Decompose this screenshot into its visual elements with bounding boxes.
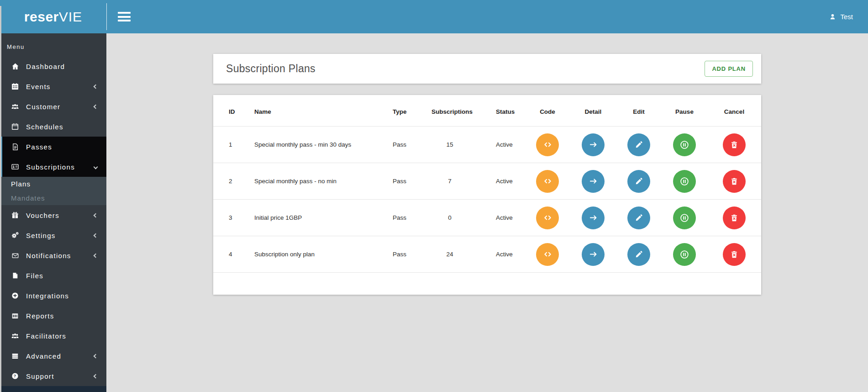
pause-button[interactable] — [673, 170, 696, 193]
sidebar-item-vouchers[interactable]: Vouchers — [0, 205, 106, 225]
sidebar-item-label: Vouchers — [26, 212, 59, 219]
cancel-button[interactable] — [723, 207, 746, 229]
page: reserVIE Test Menu Dashboard Events Cust… — [0, 0, 868, 392]
arrow-right-icon — [590, 179, 595, 183]
users-icon — [11, 332, 19, 340]
sidebar-item-label: Support — [26, 372, 54, 380]
sidebar-item-support[interactable]: ? Support — [0, 366, 106, 386]
col-subscriptions: Subscriptions — [431, 95, 468, 127]
cell-subscriptions: 15 — [431, 127, 468, 163]
pause-circle-icon — [681, 178, 688, 185]
sidebar-item-label: Subscriptions — [26, 163, 75, 171]
calendar-outline-icon — [11, 123, 19, 131]
logo-bold-text: reser — [24, 9, 59, 25]
sidebar-item-label: Integrations — [26, 292, 69, 300]
logo-thin-text: VIE — [59, 9, 82, 25]
pause-button[interactable] — [673, 207, 696, 229]
topbar-divider — [106, 3, 107, 30]
detail-button[interactable] — [582, 133, 605, 156]
sidebar-item-label: Facilitators — [26, 332, 66, 340]
submenu-item-label: Plans — [11, 180, 31, 188]
submenu-item-mandates[interactable]: Mandates — [0, 191, 106, 205]
edit-button[interactable] — [627, 243, 650, 266]
edit-button[interactable] — [627, 207, 650, 229]
pause-button[interactable] — [673, 243, 696, 266]
sidebar-item-label: Dashboard — [26, 63, 65, 70]
cancel-button[interactable] — [723, 243, 746, 266]
plus-circle-icon — [11, 292, 19, 300]
add-plan-button[interactable]: ADD PLAN — [705, 61, 753, 77]
pencil-icon — [636, 251, 642, 257]
detail-button[interactable] — [582, 170, 605, 193]
sidebar-item-settings[interactable]: Settings — [0, 225, 106, 245]
submenu-item-plans[interactable]: Plans — [0, 177, 106, 191]
sidebar-item-facilitators[interactable]: Facilitators — [0, 326, 106, 346]
sidebar-item-reports[interactable]: Reports — [0, 306, 106, 326]
svg-text:?: ? — [13, 373, 16, 378]
sidebar-item-label: Events — [26, 83, 51, 90]
gift-icon — [11, 212, 19, 219]
col-code: Code — [525, 95, 570, 127]
cell-subscriptions: 0 — [431, 200, 468, 236]
cell-id: 3 — [213, 200, 254, 236]
sidebar-item-customer[interactable]: Customer — [0, 96, 106, 117]
pause-button[interactable] — [673, 133, 696, 156]
person-icon — [829, 13, 836, 20]
trash-icon — [731, 251, 737, 257]
pause-circle-icon — [681, 141, 688, 148]
code-button[interactable] — [536, 243, 559, 266]
user-menu[interactable]: Test — [829, 0, 853, 33]
sidebar-item-label: Schedules — [26, 123, 63, 131]
arrow-right-icon — [590, 216, 595, 219]
table-icon — [11, 312, 19, 320]
cancel-button[interactable] — [723, 133, 746, 156]
cell-name: Special monthly pass - min 30 days — [254, 127, 393, 163]
cell-type: Pass — [393, 200, 431, 236]
sidebar-item-label: Files — [26, 272, 43, 280]
arrow-right-icon — [590, 252, 595, 256]
chevron-left-icon — [94, 213, 98, 217]
sidebar-item-label: Customer — [26, 103, 60, 111]
chevron-left-icon — [94, 354, 98, 358]
edit-button[interactable] — [627, 133, 650, 156]
hamburger-menu-icon[interactable] — [118, 12, 131, 21]
code-icon — [545, 253, 550, 256]
detail-button[interactable] — [582, 243, 605, 266]
pause-circle-icon — [681, 251, 688, 258]
table-row: 3 Initial price 1GBP Pass 0 Active — [213, 200, 761, 236]
sidebar-item-files[interactable]: Files — [0, 265, 106, 286]
sidebar-item-dashboard[interactable]: Dashboard — [0, 56, 106, 76]
cell-type: Pass — [393, 163, 431, 200]
code-icon — [545, 143, 550, 147]
code-button[interactable] — [536, 207, 559, 229]
cell-id: 4 — [213, 236, 254, 273]
menu-section-label: Menu — [0, 33, 106, 51]
cell-name: Initial price 1GBP — [254, 200, 393, 236]
sidebar-item-integrations[interactable]: Integrations — [0, 286, 106, 306]
sidebar-item-events[interactable]: Events — [0, 76, 106, 96]
code-button[interactable] — [536, 170, 559, 193]
question-circle-icon: ? — [11, 372, 19, 380]
detail-button[interactable] — [582, 207, 605, 229]
calendar-icon — [11, 83, 19, 90]
pause-circle-icon — [681, 214, 688, 222]
plans-table-card: ID Name Type Subscriptions Status Code D… — [213, 95, 761, 295]
edit-button[interactable] — [627, 170, 650, 193]
sidebar-item-notifications[interactable]: Notifications — [0, 245, 106, 265]
sidebar-item-subscriptions[interactable]: Subscriptions — [2, 157, 106, 177]
cell-status: Active — [468, 127, 525, 163]
sidebar-item-advanced[interactable]: Advanced — [0, 346, 106, 366]
cell-status: Active — [468, 236, 525, 273]
cancel-button[interactable] — [723, 170, 746, 193]
file-icon — [11, 272, 19, 280]
cell-type: Pass — [393, 236, 431, 273]
code-button[interactable] — [536, 133, 559, 156]
trash-icon — [731, 214, 737, 221]
cell-subscriptions: 24 — [431, 236, 468, 273]
cell-id: 2 — [213, 163, 254, 200]
col-cancel: Cancel — [707, 95, 761, 127]
app-logo[interactable]: reserVIE — [0, 0, 106, 33]
sidebar-item-passes[interactable]: Passes — [2, 137, 106, 157]
sidebar-item-schedules[interactable]: Schedules — [0, 117, 106, 137]
cogs-icon — [11, 232, 19, 239]
